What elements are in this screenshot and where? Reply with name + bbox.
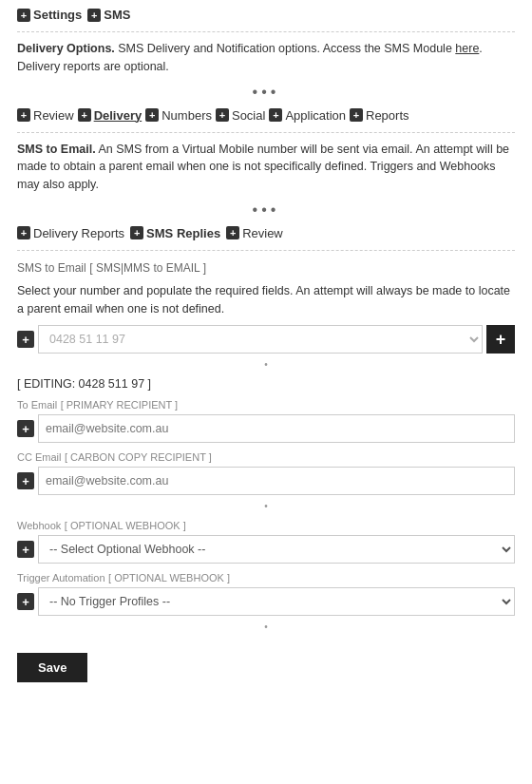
subtab-review[interactable]: + Review — [226, 226, 283, 240]
cc-email-bracket: [ CARBON COPY RECIPIENT ] — [65, 451, 212, 463]
editing-label: [ EDITING: 0428 511 97 ] — [17, 377, 515, 391]
webhook-plus-icon: + — [17, 541, 34, 558]
webhook-row: + -- Select Optional Webhook -- — [17, 535, 515, 564]
trigger-label: Trigger Automation [ OPTIONAL WEBHOOK ] — [17, 571, 515, 584]
webhook-label: Webhook [ OPTIONAL WEBHOOK ] — [17, 519, 515, 532]
dot-2: • — [17, 501, 515, 511]
tab-delivery[interactable]: + Delivery — [78, 108, 142, 123]
here-link[interactable]: here — [455, 42, 479, 55]
tab-delivery-icon: + — [78, 108, 91, 122]
tab-numbers-label: Numbers — [162, 108, 212, 123]
to-email-plus-icon: + — [17, 420, 34, 437]
tab-reports[interactable]: + Reports — [350, 108, 409, 123]
trigger-row: + -- No Trigger Profiles -- — [17, 587, 515, 616]
delivery-options-text: Delivery Options. SMS Delivery and Notif… — [17, 40, 515, 76]
add-number-button[interactable]: + — [486, 325, 515, 354]
settings-tab[interactable]: + Settings — [17, 8, 82, 22]
divider-2 — [17, 132, 515, 133]
dot-1: • — [17, 359, 515, 370]
tab-delivery-label: Delivery — [94, 108, 142, 123]
settings-label: Settings — [33, 8, 82, 22]
form-title: SMS to Email [ SMS|MMS to EMAIL ] — [17, 260, 515, 275]
form-description: Select your number and populate the requ… — [17, 282, 515, 318]
tab-numbers-icon: + — [145, 108, 159, 122]
number-select[interactable]: 0428 51 11 97 — [38, 325, 483, 354]
to-email-bracket: [ PRIMARY RECIPIENT ] — [61, 399, 178, 411]
tab-review-icon: + — [17, 108, 30, 122]
tab-review-label: Review — [33, 108, 74, 123]
number-select-row: + 0428 51 11 97 + — [17, 325, 515, 354]
form-title-bracket: [ SMS|MMS to EMAIL ] — [89, 261, 206, 275]
sms-plus-icon: + — [87, 9, 101, 22]
subtab-sms-replies-icon: + — [130, 226, 143, 239]
trigger-select[interactable]: -- No Trigger Profiles -- — [38, 587, 515, 616]
subtab-review-label: Review — [242, 226, 283, 240]
tab-social[interactable]: + Social — [216, 108, 265, 123]
top-bar: + Settings + SMS — [17, 0, 515, 26]
trigger-bracket: [ OPTIONAL WEBHOOK ] — [108, 572, 230, 583]
to-email-label: To Email [ PRIMARY RECIPIENT ] — [17, 398, 515, 411]
subtab-sms-replies[interactable]: + SMS Replies — [130, 226, 220, 240]
cc-email-input[interactable] — [38, 467, 515, 495]
settings-plus-icon: + — [17, 9, 30, 22]
tab-social-icon: + — [216, 108, 229, 122]
ellipsis-2: ••• — [17, 201, 515, 219]
save-button[interactable]: Save — [17, 653, 87, 682]
subtab-delivery-reports[interactable]: + Delivery Reports — [17, 226, 124, 240]
subtab-sms-replies-label: SMS Replies — [146, 226, 220, 240]
sms-label: SMS — [104, 8, 130, 22]
tab-application-icon: + — [269, 108, 282, 122]
page-wrapper: + Settings + SMS Delivery Options. SMS D… — [0, 0, 532, 694]
tab-application-label: Application — [285, 108, 346, 123]
sms-email-description: SMS to Email. An SMS from a Virtual Mobi… — [17, 141, 515, 194]
main-nav-tabs: + Review + Delivery + Numbers + Social +… — [17, 105, 515, 126]
subtab-review-icon: + — [226, 226, 239, 239]
cc-email-plus-icon: + — [17, 472, 34, 489]
tab-reports-label: Reports — [366, 108, 409, 123]
sms-tab[interactable]: + SMS — [87, 8, 130, 22]
number-plus-icon: + — [17, 331, 34, 348]
divider-1 — [17, 31, 515, 32]
sub-nav-tabs: + Delivery Reports + SMS Replies + Revie… — [17, 222, 515, 244]
subtab-delivery-reports-label: Delivery Reports — [33, 226, 124, 240]
webhook-select[interactable]: -- Select Optional Webhook -- — [38, 535, 515, 564]
tab-numbers[interactable]: + Numbers — [145, 108, 212, 123]
subtab-delivery-reports-icon: + — [17, 226, 30, 239]
divider-3 — [17, 250, 515, 251]
tab-reports-icon: + — [350, 108, 363, 122]
to-email-input[interactable] — [38, 414, 515, 443]
trigger-plus-icon: + — [17, 593, 34, 610]
webhook-bracket: [ OPTIONAL WEBHOOK ] — [65, 520, 186, 531]
ellipsis-1: ••• — [17, 84, 515, 101]
cc-email-label: CC Email [ CARBON COPY RECIPIENT ] — [17, 450, 515, 464]
tab-application[interactable]: + Application — [269, 108, 346, 123]
dot-3: • — [17, 621, 515, 632]
form-title-text: SMS to Email — [17, 261, 86, 275]
cc-email-row: + — [17, 467, 515, 495]
tab-social-label: Social — [232, 108, 265, 123]
tab-review[interactable]: + Review — [17, 108, 74, 123]
to-email-row: + — [17, 414, 515, 443]
